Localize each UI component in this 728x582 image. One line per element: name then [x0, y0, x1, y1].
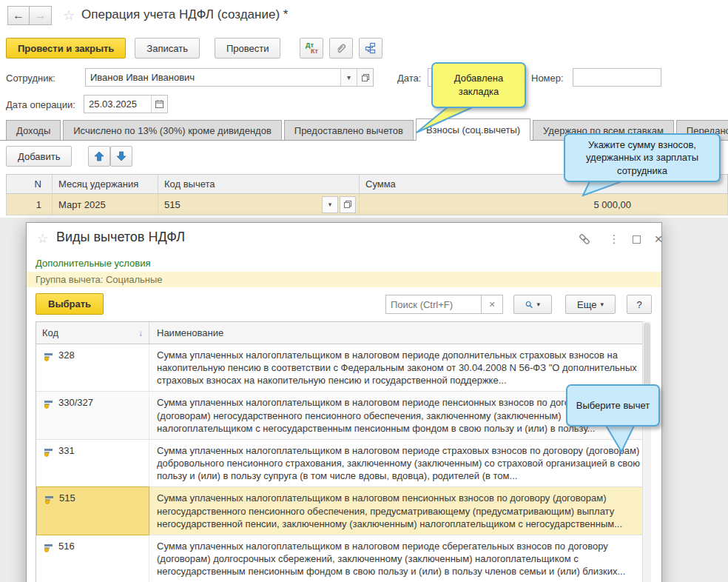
list-item[interactable]: 516 Сумма уплаченных налогоплательщиком … [36, 535, 650, 582]
calendar-icon [155, 99, 164, 109]
col-n[interactable]: N [7, 175, 53, 193]
move-up-button[interactable] [88, 146, 110, 167]
tab-dohody[interactable]: Доходы [6, 120, 61, 140]
number-field[interactable] [573, 68, 661, 87]
calendar-button[interactable] [151, 96, 167, 113]
cell-edit-buttons: ▾ [320, 196, 356, 213]
more-actions-button[interactable]: Еще▾ [565, 295, 616, 314]
favorite-star-icon[interactable]: ☆ [63, 7, 75, 24]
open-icon [361, 73, 370, 82]
deduction-name: Сумма уплаченных налогоплательщиком в на… [149, 535, 650, 582]
deduction-group-bar: Группа вычета: Социальные [27, 272, 661, 287]
cell-code[interactable]: 515 ▾ [158, 194, 360, 215]
col-code[interactable]: Код вычета [158, 175, 360, 193]
add-row-button[interactable]: Добавить [6, 146, 72, 167]
deduction-code: 516 [58, 541, 75, 552]
back-button[interactable]: ← [7, 6, 30, 25]
cell-n: 1 [7, 194, 53, 215]
catalog-item-icon [44, 543, 53, 552]
form-toolbar: Провести и закрыть Записать Провести ДтК… [6, 38, 382, 58]
employee-dropdown-button[interactable]: ▾ [340, 69, 357, 86]
list-item-selected[interactable]: 515 Сумма уплаченных налогоплательщиком … [36, 487, 650, 535]
operation-date-input[interactable] [84, 96, 151, 113]
favorite-star-icon[interactable]: ☆ [37, 231, 48, 247]
history-nav: ← → [7, 6, 52, 25]
more-menu-button[interactable]: ⋮ [605, 232, 623, 247]
deduction-code: 331 [58, 445, 75, 456]
select-button[interactable]: Выбрать [36, 293, 104, 315]
employee-field[interactable]: ▾ [85, 68, 374, 87]
move-down-button[interactable] [110, 146, 132, 167]
cell-sum[interactable]: 5 000,00 [360, 194, 727, 215]
pick-deduction-callout: Выберите вычет [566, 384, 660, 427]
deduction-name: Сумма уплаченных налогоплательщиком в на… [149, 487, 650, 534]
post-button[interactable]: Провести [215, 38, 281, 58]
deduction-code: 330/327 [58, 397, 93, 408]
chevron-down-icon: ▾ [536, 301, 540, 308]
get-link-button[interactable] [576, 232, 593, 247]
table-row[interactable]: 1 Март 2025 515 ▾ 5 000,00 [6, 194, 728, 215]
chevron-down-icon: ▾ [600, 301, 604, 308]
close-icon: × [654, 231, 662, 247]
additional-conditions-link[interactable]: Дополнительные условия [36, 258, 151, 269]
page-title: Операция учета НДФЛ (создание) * [81, 7, 288, 22]
bookmark-added-callout: Добавлена закладка [431, 62, 526, 108]
tab-predostavleno[interactable]: Предоставлено вычетов [284, 120, 414, 140]
search-options-button[interactable]: ▾ [513, 295, 552, 314]
dt-kt-icon: ДтКт [306, 42, 318, 54]
arrow-up-icon [94, 151, 104, 161]
forward-button[interactable]: → [30, 6, 52, 25]
table-header: Код↓ Наименование [36, 322, 650, 344]
show-postings-button[interactable]: ДтКт [300, 38, 323, 58]
dialog-title: Виды вычетов НДФЛ [56, 230, 185, 245]
link-icon [578, 233, 591, 246]
number-input[interactable] [573, 69, 661, 86]
application-window: ← → ☆ Операция учета НДФЛ (создание) * П… [0, 0, 728, 582]
list-item[interactable]: 330/327 Сумма уплаченных налогоплательщи… [36, 392, 650, 439]
list-item[interactable]: 331 Сумма уплаченных налогоплательщиком … [36, 440, 650, 487]
date-label: Дата: [397, 73, 421, 84]
deduction-name: Сумма уплаченных налогоплательщиком в на… [149, 440, 650, 486]
tab-ischisleno[interactable]: Исчислено по 13% (30%) кроме дивидендов [63, 120, 282, 140]
open-icon [343, 200, 352, 209]
employee-input[interactable] [86, 69, 340, 86]
number-label: Номер: [531, 73, 564, 84]
col-month[interactable]: Месяц удержания [53, 175, 158, 193]
col-code[interactable]: Код↓ [36, 322, 149, 344]
code-dropdown-button[interactable]: ▾ [322, 196, 338, 213]
structure-icon [365, 42, 377, 54]
deduction-code: 515 [59, 492, 75, 504]
attachments-button[interactable] [329, 38, 353, 58]
employee-open-button[interactable] [357, 69, 373, 86]
scrollbar[interactable] [642, 321, 651, 582]
deduction-types-table: Код↓ Наименование 328 Сумма уплаченных н… [36, 321, 651, 582]
catalog-item-icon [44, 447, 53, 457]
clear-search-button[interactable]: ✕ [481, 295, 503, 314]
post-and-close-button[interactable]: Провести и закрыть [6, 38, 126, 58]
chevron-down-icon: ▾ [328, 201, 332, 208]
deduction-code-value: 515 [164, 199, 181, 210]
grid-toolbar: Добавить [6, 146, 132, 167]
maximize-icon [633, 235, 641, 244]
document-structure-button[interactable] [359, 38, 382, 58]
tab-vznosy[interactable]: Взносы (соц.вычеты) [416, 118, 530, 141]
search-input[interactable] [386, 295, 481, 313]
arrow-down-icon [116, 151, 127, 161]
cell-month[interactable]: Март 2025 [53, 194, 158, 215]
close-button[interactable]: × [650, 232, 667, 247]
chevron-down-icon: ▾ [347, 73, 351, 81]
operation-date-field[interactable] [84, 95, 168, 113]
list-item[interactable]: 328 Сумма уплаченных налогоплательщиком … [36, 344, 650, 392]
catalog-item-icon [44, 399, 53, 409]
search-field[interactable] [385, 295, 482, 314]
code-open-button[interactable] [340, 196, 356, 213]
operation-date-label: Дата операции: [6, 99, 75, 110]
sort-desc-icon: ↓ [138, 328, 143, 338]
help-button[interactable]: ? [627, 295, 652, 314]
save-button[interactable]: Записать [135, 38, 200, 58]
maximize-button[interactable] [627, 232, 645, 247]
search-icon [525, 299, 533, 310]
sum-hint-callout: Укажите сумму взносов, удержанных из зар… [564, 133, 721, 182]
col-name[interactable]: Наименование [149, 322, 650, 344]
more-label: Еще [577, 299, 596, 310]
